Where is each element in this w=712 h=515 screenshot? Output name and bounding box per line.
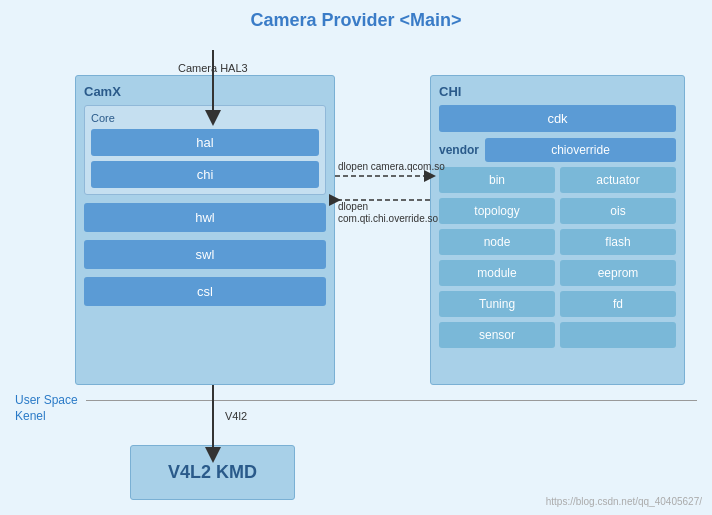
v4l2-label: V4l2 [225, 410, 247, 422]
chi-item-ois: ois [560, 198, 676, 224]
chi-item-module: module [439, 260, 555, 286]
chioverride-btn: chioverride [485, 138, 676, 162]
camx-box: CamX Core hal chi hwl swl csl [75, 75, 335, 385]
divider-line [86, 400, 697, 401]
chi-box: CHI cdk vendor chioverride bin actuator … [430, 75, 685, 385]
chi-item-node: node [439, 229, 555, 255]
page-title: Camera Provider <Main> [10, 10, 702, 31]
vendor-label: vendor [439, 143, 479, 157]
chi-item-fd: fd [560, 291, 676, 317]
hwl-btn: hwl [84, 203, 326, 232]
watermark: https://blog.csdn.net/qq_40405627/ [546, 496, 702, 507]
main-container: Camera Provider <Main> Camera HAL3 CamX … [0, 0, 712, 515]
chi-item-topology: topology [439, 198, 555, 224]
chi-item-bin: bin [439, 167, 555, 193]
csl-btn: csl [84, 277, 326, 306]
chi-btn: chi [91, 161, 319, 188]
userspace-line: User Space [0, 393, 712, 407]
v4l2-box: V4L2 KMD [130, 445, 295, 500]
chi-item-eeprom: eeprom [560, 260, 676, 286]
core-label: Core [91, 112, 319, 124]
camx-label: CamX [84, 84, 326, 99]
hal-btn: hal [91, 129, 319, 156]
kenel-text: Kenel [0, 407, 712, 425]
cdk-btn: cdk [439, 105, 676, 132]
userspace-text: User Space [15, 393, 78, 407]
chi-label: CHI [439, 84, 676, 99]
chi-item-empty [560, 322, 676, 348]
chi-grid: bin actuator topology ois node flash mod… [439, 167, 676, 348]
chi-item-sensor: sensor [439, 322, 555, 348]
v4l2-text: V4L2 KMD [168, 462, 257, 483]
hal3-label: Camera HAL3 [178, 62, 248, 74]
svg-text:dlopen: dlopen [338, 201, 368, 212]
svg-text:com.qti.chi.override.so: com.qti.chi.override.so [338, 213, 438, 224]
vendor-row: vendor chioverride [439, 138, 676, 162]
swl-btn: swl [84, 240, 326, 269]
core-box: Core hal chi [84, 105, 326, 195]
divider-area: User Space Kenel [0, 393, 712, 425]
chi-item-flash: flash [560, 229, 676, 255]
chi-item-tuning: Tuning [439, 291, 555, 317]
chi-item-actuator: actuator [560, 167, 676, 193]
